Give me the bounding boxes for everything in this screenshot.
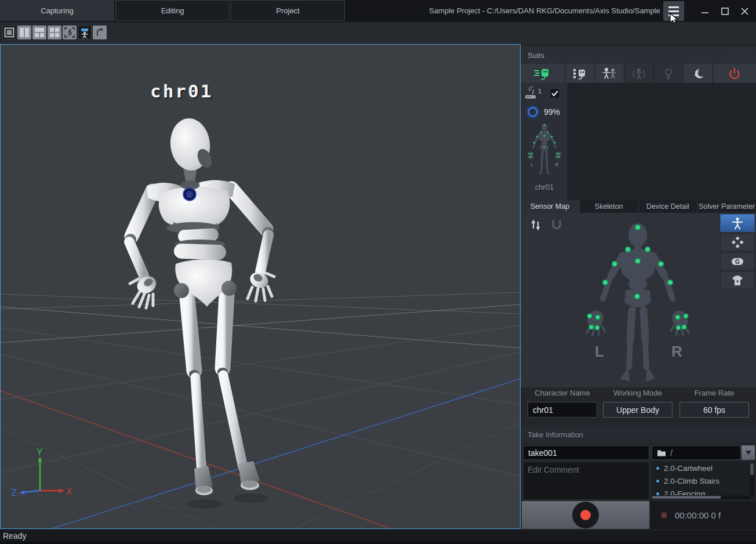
checkmark-icon [550,89,559,98]
reset-arrow-icon [94,27,105,38]
tab-project[interactable]: Project [231,0,345,21]
frame-character-button[interactable] [63,26,77,39]
viewport-3d[interactable]: Y X Z chr01 [0,44,521,529]
single-pane-icon [4,27,14,38]
four-pane-icon [49,27,60,38]
connect-device-button[interactable] [521,64,565,83]
g-pill-icon: G [729,255,746,268]
character-name-overlay: chr01 [150,81,213,101]
tab-skeleton[interactable]: Skeleton [580,200,639,213]
suit-view-button[interactable] [720,271,755,289]
layout-single-pane-button[interactable] [2,26,16,39]
gyro-toggle-button[interactable]: G [720,252,755,270]
character-name-label: Character Name [528,389,597,397]
indicator-light-button[interactable] [654,64,683,83]
record-circle-icon [572,502,599,528]
layout-two-pane-button[interactable] [17,26,31,39]
battery-percent: 99% [544,107,560,117]
avatar-view-icon [79,27,90,38]
avatar-view-button[interactable] [78,26,92,39]
suits-toolbar [521,64,756,83]
suits-panel: Suits · · · [521,44,756,529]
take-comment-input[interactable] [523,462,649,500]
folder-path: / [670,448,673,458]
sensor-map-figure: L R [580,217,696,386]
takes-horizontal-scrollbar[interactable] [652,495,750,499]
record-dot-icon [580,510,591,520]
close-button[interactable] [734,0,755,22]
frame-character-icon [64,27,75,38]
power-off-button[interactable] [713,64,756,83]
status-bar: Ready [0,530,756,542]
motion-broadcast-button[interactable] [624,64,653,83]
layout-three-pane-button[interactable] [32,26,46,39]
calibration-figures-icon [601,67,617,80]
working-mode-label: Working Mode [603,389,673,397]
dropdown-arrow-button[interactable] [742,445,755,460]
take-list-item[interactable]: 2.0-Cartwheel [652,462,755,474]
take-name-input[interactable] [523,445,649,460]
tpose-figure-icon [730,216,744,230]
tpose-view-button[interactable] [720,214,755,232]
axis-studio-window: Capturing Editing Project Sample Project… [0,0,756,544]
layout-four-pane-button[interactable] [48,26,61,39]
frame-rate-button[interactable]: 60 fps [679,402,749,418]
calibration-button[interactable] [595,64,624,83]
takes-list: 2.0-Cartwheel 2.0-Climb Stairs 2.0-Fenci… [652,462,755,500]
reset-view-button[interactable] [93,26,107,39]
minimize-icon [702,8,708,14]
device-checkbox[interactable] [550,88,560,99]
floor-grid [1,292,520,528]
sleep-moon-icon [690,67,706,80]
two-pane-icon [19,27,30,38]
frame-rate-label: Frame Rate [679,389,749,397]
character-fields: Character Name Working Mode Frame Rate U… [521,387,756,423]
maximize-icon [721,8,729,15]
bullet-icon [656,467,659,470]
axis-x-label: X [66,487,72,496]
shirt-icon [730,274,745,287]
chevron-down-icon [746,451,751,455]
tab-solver-parameter[interactable]: Solver Parameter [697,200,756,213]
axis-z-label: Z [11,488,17,498]
tab-sensor-map[interactable]: Sensor Map [521,200,580,213]
recording-indicator-icon [661,512,667,518]
sensor-map-panel: L R [521,213,756,387]
tab-editing[interactable]: Editing [115,0,230,21]
timecode-value: 00:00:00 0 f [675,510,721,520]
tab-capturing-label: Capturing [41,6,73,15]
panel-menu-button[interactable]: · · · [728,51,748,60]
four-diamonds-icon [730,236,744,249]
take-folder-dropdown[interactable]: / [652,445,741,460]
tab-editing-label: Editing [161,6,184,15]
layout-toolbar [0,22,756,44]
sensor-layout-button[interactable] [720,233,755,251]
x-axis-line [1,391,520,528]
viewport-scene: Y X Z [1,45,520,528]
device-count: 1 [538,88,541,95]
takes-vertical-scrollbar[interactable] [750,463,754,495]
tab-device-detail[interactable]: Device Detail [639,200,698,213]
tab-capturing[interactable]: Capturing [0,0,114,21]
device-card[interactable]: 1 99% chr01 [521,83,568,200]
device-list-button[interactable] [565,64,594,83]
magnetic-calibration-button[interactable] [550,219,564,231]
folder-icon [657,449,666,456]
record-button[interactable] [522,501,649,529]
hamburger-icon [668,6,679,8]
working-mode-button[interactable]: Upper Body [603,402,673,418]
usb-connect-icon [533,67,552,80]
take-information-title: Take Information [528,430,583,439]
window-title: Sample Project - C:/Users/DAN RKG/Docume… [429,6,661,15]
character-name-input[interactable] [528,402,597,418]
maximize-button[interactable] [714,0,735,22]
take-list-item[interactable]: 2.0-Climb Stairs [652,474,755,487]
detail-tabs: Sensor Map Skeleton Device Detail Solver… [521,200,756,213]
device-thumbnail-figure [526,122,563,176]
battery-ring-icon [528,107,538,117]
minimize-button[interactable] [695,0,715,22]
swap-sensors-button[interactable] [529,219,543,231]
router-icon: 1 [524,86,544,101]
sleep-mode-button[interactable] [684,64,713,83]
bullet-icon [656,480,659,483]
